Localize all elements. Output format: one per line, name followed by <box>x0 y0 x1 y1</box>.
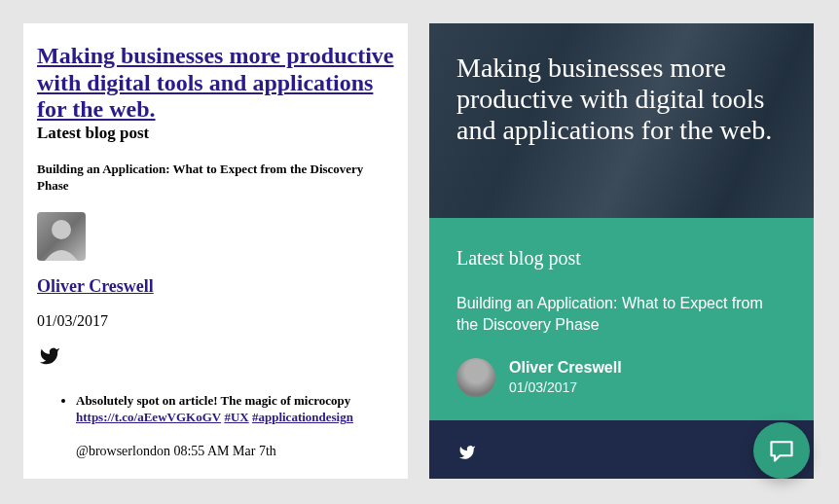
tweet-hashtag-appdesign[interactable]: #applicationdesign <box>252 410 353 424</box>
chat-widget-button[interactable] <box>753 422 810 479</box>
post-title[interactable]: Building an Application: What to Expect … <box>456 293 786 337</box>
svg-point-0 <box>52 220 71 239</box>
twitter-icon[interactable] <box>456 448 478 464</box>
author-avatar <box>37 212 86 261</box>
post-date: 01/03/2017 <box>37 312 394 330</box>
post-title: Building an Application: What to Expect … <box>37 161 394 195</box>
author-link[interactable]: Oliver Creswell <box>37 276 154 297</box>
headline-link[interactable]: Making businesses more productive with d… <box>37 43 393 122</box>
hero-banner: Making businesses more productive with d… <box>429 23 814 218</box>
tweet-item: Absolutely spot on article! The magic of… <box>76 392 394 426</box>
styled-card: Making businesses more productive with d… <box>429 23 814 479</box>
tweet-link[interactable]: https://t.co/aEewVGKoGV <box>76 410 221 424</box>
author-avatar <box>456 358 495 397</box>
tweet-handle-line: @browserlondon 08:55 AM Mar 7th <box>76 444 394 459</box>
latest-label: Latest blog post <box>37 124 394 143</box>
latest-label: Latest blog post <box>456 247 786 270</box>
twitter-icon[interactable] <box>37 345 394 371</box>
post-date: 01/03/2017 <box>509 379 622 395</box>
unstyled-card: Making businesses more productive with d… <box>23 23 408 479</box>
tweet-hashtag-ux[interactable]: #UX <box>224 410 248 424</box>
hero-headline: Making businesses more productive with d… <box>456 53 786 147</box>
tweet-text: Absolutely spot on article! The magic of… <box>76 393 350 408</box>
author-name: Oliver Creswell <box>509 359 622 377</box>
author-row: Oliver Creswell 01/03/2017 <box>456 358 786 397</box>
teal-section: Latest blog post Building an Application… <box>429 218 814 420</box>
